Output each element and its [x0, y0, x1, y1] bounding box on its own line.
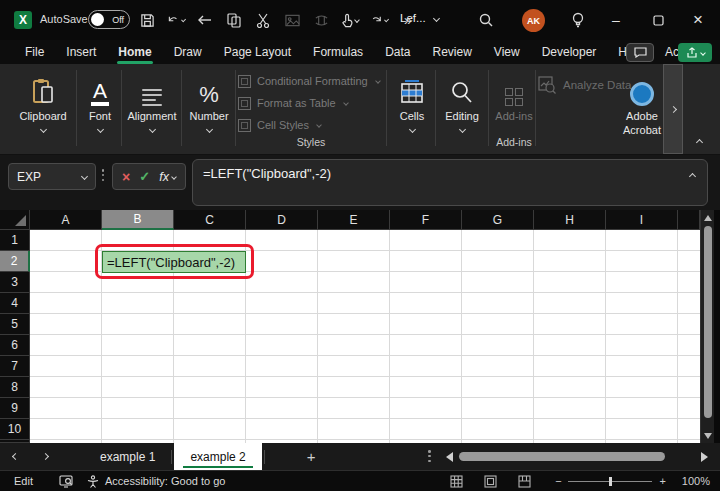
zoom-level[interactable]: 100% [676, 475, 710, 487]
new-sheet-button[interactable]: + [265, 448, 358, 465]
search-icon[interactable] [474, 0, 498, 40]
row-header-1[interactable]: 1 [0, 230, 30, 251]
cut-icon[interactable] [254, 11, 272, 29]
document-title[interactable]: Lef... [400, 12, 439, 24]
redo-icon[interactable] [370, 11, 388, 29]
confirm-entry-button[interactable]: ✓ [139, 169, 150, 184]
zoom-in-button[interactable]: + [660, 475, 666, 487]
column-header-a[interactable]: A [30, 210, 102, 230]
row-header-9[interactable]: 9 [0, 398, 30, 419]
tab-formulas[interactable]: Formulas [302, 41, 374, 64]
zoom-slider-thumb[interactable] [609, 477, 612, 486]
scroll-left-arrow[interactable] [446, 452, 453, 462]
undo-icon[interactable] [167, 11, 185, 29]
tab-page-layout[interactable]: Page Layout [213, 41, 302, 64]
column-header-partial[interactable] [678, 210, 700, 230]
lightbulb-icon[interactable] [566, 0, 590, 40]
editing-group-button[interactable]: Editing [438, 70, 486, 148]
tab-separator [171, 450, 172, 464]
sheet-tab-bar: example 1 example 2 + [0, 443, 720, 470]
adobe-acrobat-button[interactable]: Adobe Acrobat [620, 70, 664, 148]
scroll-up-arrow[interactable] [704, 215, 712, 221]
back-arrow-icon[interactable] [196, 11, 214, 29]
column-header-h[interactable]: H [534, 210, 606, 230]
comments-button[interactable] [626, 43, 654, 62]
tab-home[interactable]: Home [107, 41, 162, 64]
collapse-formula-bar-icon[interactable] [689, 173, 696, 180]
display-settings-icon[interactable] [59, 475, 73, 488]
minimize-button[interactable]: – [604, 0, 628, 40]
button-label: Conditional Formatting [257, 75, 368, 87]
format-as-table-icon [238, 97, 251, 110]
autosave-toggle[interactable]: Off [88, 10, 130, 29]
alignment-group-button[interactable]: Alignment [124, 70, 180, 148]
tab-view[interactable]: View [483, 41, 531, 64]
tab-review[interactable]: Review [421, 41, 482, 64]
column-header-i[interactable]: I [606, 210, 678, 230]
zoom-out-button[interactable]: − [555, 475, 561, 487]
close-button[interactable]: × [686, 0, 710, 40]
maximize-button[interactable] [646, 0, 670, 40]
accessibility-status[interactable]: Accessibility: Good to go [87, 475, 225, 488]
column-header-c[interactable]: C [174, 210, 246, 230]
ribbon-pager-strip[interactable] [663, 64, 683, 154]
vertical-scroll-thumb[interactable] [704, 226, 712, 418]
chevron-down-icon [148, 126, 155, 133]
row-header-3[interactable]: 3 [0, 272, 30, 293]
touch-mode-icon[interactable] [341, 11, 359, 29]
font-group-button[interactable]: A Font [80, 70, 120, 148]
excel-logo-icon: X [14, 11, 32, 29]
row-header-8[interactable]: 8 [0, 377, 30, 398]
normal-view-icon[interactable] [439, 475, 473, 488]
clipboard-icon [31, 72, 55, 106]
row-header-6[interactable]: 6 [0, 335, 30, 356]
group-separator [235, 70, 236, 146]
column-header-e[interactable]: E [318, 210, 390, 230]
ribbon: Clipboard A Font Alignment % Number [0, 64, 720, 155]
sheet-tab-example-1[interactable]: example 1 [84, 443, 171, 470]
column-header-f[interactable]: F [390, 210, 462, 230]
row-header-5[interactable]: 5 [0, 314, 30, 335]
formula-input[interactable]: =LEFT("Clipboard",-2) [192, 159, 708, 206]
tab-developer[interactable]: Developer [531, 41, 608, 64]
number-group-button[interactable]: % Number [184, 70, 234, 148]
name-box[interactable]: EXP [8, 163, 96, 190]
scroll-down-arrow[interactable] [704, 433, 712, 439]
tab-data[interactable]: Data [374, 41, 421, 64]
copy-icon[interactable] [225, 11, 243, 29]
horizontal-scrollbar[interactable] [446, 450, 708, 463]
column-header-d[interactable]: D [246, 210, 318, 230]
row-header-2[interactable]: 2 [0, 251, 30, 272]
page-layout-view-icon[interactable] [473, 475, 507, 488]
zoom-slider[interactable] [568, 481, 652, 482]
share-button[interactable] [678, 43, 712, 62]
column-header-b[interactable]: B [102, 210, 174, 230]
select-all-corner[interactable] [0, 210, 30, 230]
row-header-7[interactable]: 7 [0, 356, 30, 377]
vertical-scrollbar[interactable] [700, 210, 714, 443]
sheet-tab-example-2[interactable]: example 2 [174, 443, 261, 470]
document-title-text: Lef... [400, 12, 426, 24]
scroll-right-arrow[interactable] [701, 452, 708, 462]
clipboard-group-button[interactable]: Clipboard [14, 70, 72, 148]
insert-function-button[interactable]: fx [159, 170, 176, 184]
page-break-view-icon[interactable] [507, 475, 541, 488]
tab-insert[interactable]: Insert [55, 41, 107, 64]
collapse-ribbon-button[interactable] [690, 136, 708, 148]
column-header-g[interactable]: G [462, 210, 534, 230]
row-header-10[interactable]: 10 [0, 419, 30, 440]
account-avatar[interactable]: AK [522, 9, 545, 32]
cancel-entry-button[interactable]: × [122, 169, 130, 185]
horizontal-scroll-thumb[interactable] [459, 452, 665, 461]
row-header-4[interactable]: 4 [0, 293, 30, 314]
addins-group-label: Add-ins [492, 136, 536, 148]
chevron-up-icon [695, 138, 702, 145]
cells-group-button[interactable]: Cells [390, 70, 434, 148]
tab-file[interactable]: File [14, 41, 55, 64]
horizontal-scroll-track[interactable] [457, 451, 697, 462]
tab-draw[interactable]: Draw [163, 41, 213, 64]
save-icon[interactable] [138, 11, 156, 29]
red-annotation-box [95, 244, 254, 279]
sheet-nav-right[interactable] [30, 454, 60, 459]
sheet-nav-left[interactable] [0, 454, 30, 459]
